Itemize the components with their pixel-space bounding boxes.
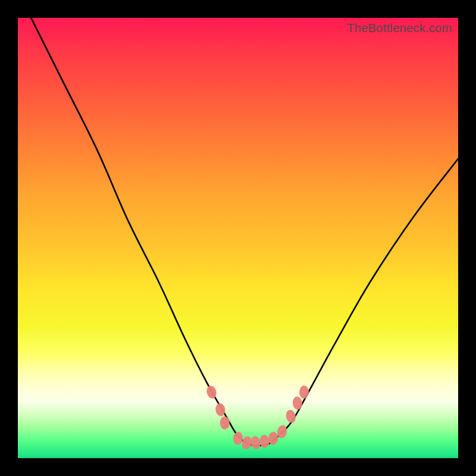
curve-marker [299, 386, 309, 399]
chart-frame: TheBottleneck.com [0, 0, 476, 476]
bottleneck-curve [31, 18, 458, 446]
curve-marker [285, 409, 297, 424]
curve-marker [220, 416, 230, 430]
bottleneck-curve-svg [18, 18, 458, 458]
plot-area: TheBottleneck.com [18, 18, 458, 458]
curve-marker [250, 436, 262, 450]
curve-marker [292, 396, 303, 410]
curve-markers [205, 384, 309, 450]
curve-marker [205, 384, 218, 399]
curve-marker [233, 431, 243, 446]
